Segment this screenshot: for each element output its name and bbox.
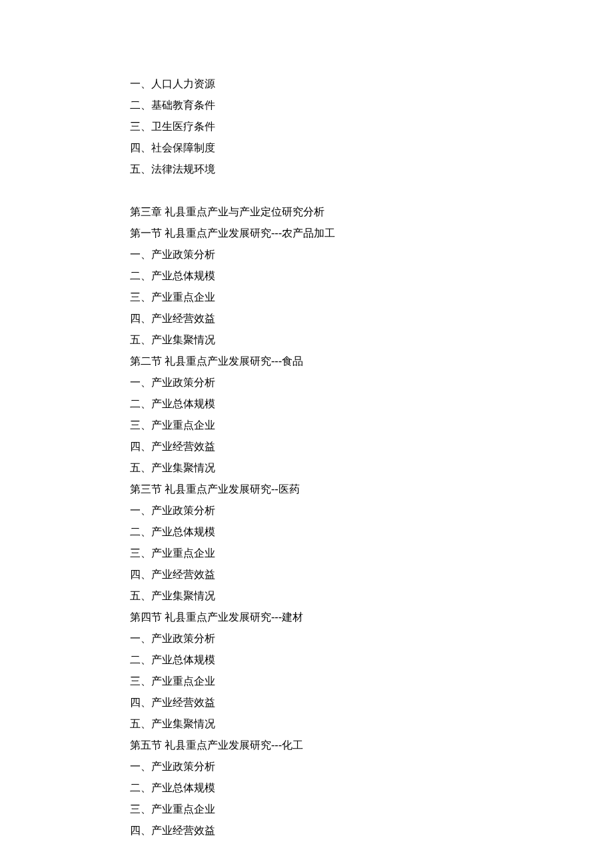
toc-line: 二、产业总体规模 (130, 649, 483, 671)
toc-line: 三、产业重点企业 (130, 543, 483, 564)
toc-line: 三、卫生医疗条件 (130, 116, 483, 137)
toc-section-heading: 第四节 礼县重点产业发展研究---建材 (130, 607, 483, 628)
toc-line: 四、产业经营效益 (130, 692, 483, 713)
toc-line: 一、产业政策分析 (130, 244, 483, 265)
toc-line: 三、产业重点企业 (130, 671, 483, 692)
toc-line: 一、产业政策分析 (130, 372, 483, 393)
toc-line: 一、产业政策分析 (130, 628, 483, 649)
toc-line: 二、产业总体规模 (130, 265, 483, 287)
toc-line: 三、产业重点企业 (130, 415, 483, 436)
toc-line: 三、产业重点企业 (130, 799, 483, 820)
toc-line: 二、产业总体规模 (130, 521, 483, 543)
toc-line: 四、社会保障制度 (130, 137, 483, 159)
toc-section-heading: 第二节 礼县重点产业发展研究---食品 (130, 351, 483, 372)
toc-line: 四、产业经营效益 (130, 436, 483, 457)
toc-line: 一、人口人力资源 (130, 73, 483, 95)
toc-line: 五、法律法规环境 (130, 159, 483, 180)
toc-chapter-heading: 第三章 礼县重点产业与产业定位研究分析 (130, 201, 483, 223)
toc-line: 五、产业集聚情况 (130, 329, 483, 351)
toc-line: 三、产业重点企业 (130, 287, 483, 308)
document-page: 一、人口人力资源 二、基础教育条件 三、卫生医疗条件 四、社会保障制度 五、法律… (0, 0, 613, 841)
toc-line: 五、产业集聚情况 (130, 585, 483, 607)
toc-line: 五、产业集聚情况 (130, 713, 483, 735)
toc-line: 二、产业总体规模 (130, 777, 483, 799)
toc-section-heading: 第五节 礼县重点产业发展研究---化工 (130, 735, 483, 756)
toc-section-heading: 第一节 礼县重点产业发展研究---农产品加工 (130, 223, 483, 244)
toc-section-heading: 第三节 礼县重点产业发展研究--医药 (130, 479, 483, 500)
toc-line: 一、产业政策分析 (130, 500, 483, 521)
toc-line: 四、产业经营效益 (130, 564, 483, 585)
blank-line (130, 180, 483, 201)
toc-line: 二、基础教育条件 (130, 95, 483, 116)
toc-line: 二、产业总体规模 (130, 393, 483, 415)
toc-line: 一、产业政策分析 (130, 756, 483, 777)
toc-line: 四、产业经营效益 (130, 820, 483, 841)
toc-line: 五、产业集聚情况 (130, 457, 483, 479)
toc-line: 四、产业经营效益 (130, 308, 483, 329)
